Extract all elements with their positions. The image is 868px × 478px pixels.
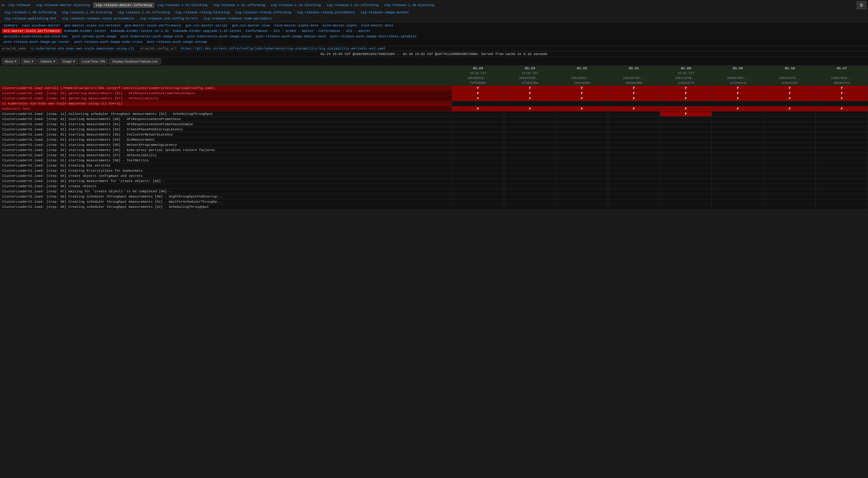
- test-name-cell[interactable]: ci-kubernetes-e2e-kops-aws-scale-amazonv…: [0, 101, 452, 106]
- test-name-cell[interactable]: ClusterLoaderV2.load: [step: 01] startin…: [0, 132, 452, 137]
- sub-tab-setcap[interactable]: post-release-push-image-setcap: [145, 39, 209, 44]
- local-time-button[interactable]: Local Time: ON: [79, 58, 108, 64]
- nav-tab-132-informing[interactable]: sig-release-1.32-informing: [211, 2, 268, 8]
- result-cell[interactable]: F: [816, 96, 868, 101]
- sub-tab-gce-performance[interactable]: gce-master-scale-performance: [123, 23, 183, 28]
- size-button[interactable]: Size ▼: [21, 58, 36, 64]
- result-cell[interactable]: F: [504, 96, 556, 101]
- result-cell[interactable]: F: [712, 91, 764, 96]
- nav-tab-job-config[interactable]: sig-release-job-config-errors: [137, 16, 200, 21]
- sub-tab-capz[interactable]: capz-windows-master: [20, 23, 62, 28]
- sub-tab-kubeadm-132[interactable]: kubeadm-kinder-latest-on-1-32: [108, 29, 170, 33]
- hash1-01-24[interactable]: 188268519...: [452, 76, 504, 81]
- result-cell[interactable]: F: [816, 91, 868, 96]
- result-cell[interactable]: F: [608, 96, 660, 101]
- hash1-01-22[interactable]: 188196027...: [556, 76, 608, 81]
- settings-button[interactable]: ⚙: [857, 1, 866, 9]
- nav-tab-131-informing[interactable]: sig-release-1.31-informing: [324, 2, 381, 8]
- sub-tab-post-kpromo[interactable]: post-kpromo-push-image: [70, 34, 118, 39]
- result-cell[interactable]: F: [452, 96, 504, 101]
- hash2-01-23[interactable]: 0798325ba: [504, 81, 556, 86]
- sub-tab-summary[interactable]: Summary: [2, 23, 20, 28]
- sub-tab-gce-cos-serial[interactable]: gce-cos-master-serial: [183, 23, 229, 28]
- test-name-cell[interactable]: ClusterLoaderV2.load: [step: 08] Creatin…: [0, 194, 452, 199]
- result-cell[interactable]: F: [764, 91, 816, 96]
- result-cell[interactable]: F: [556, 106, 608, 111]
- test-name-cell[interactable]: ClusterLoaderV2.load: [step: 11] Collect…: [0, 111, 452, 117]
- result-cell[interactable]: F: [608, 91, 660, 96]
- test-name-cell[interactable]: ClusterLoaderV2.load: [step: 01] startin…: [0, 158, 452, 163]
- sub-tab-gce-correctness[interactable]: gce-master-scale-correctness: [63, 23, 123, 28]
- test-name-cell[interactable]: ClusterLoaderV2.load: [step: 29] gatheri…: [0, 96, 452, 101]
- nav-tab-130-blocking[interactable]: sig-release-1.30-blocking: [381, 2, 437, 8]
- nav-tab-132-blocking[interactable]: sig-release-1.32-blocking: [155, 2, 210, 8]
- result-cell[interactable]: F: [764, 86, 816, 91]
- nav-tab-129-blocking[interactable]: sig-release-1.29-blocking: [60, 10, 115, 15]
- result-cell[interactable]: F: [816, 106, 868, 111]
- result-cell[interactable]: F: [452, 106, 504, 111]
- result-cell[interactable]: F: [660, 91, 712, 96]
- test-name-cell[interactable]: ClusterLoaderV2.load: [step: 01] startin…: [0, 148, 452, 153]
- graph-button[interactable]: Graph ▼: [60, 58, 78, 64]
- test-name-cell[interactable]: ClusterLoaderV2.load: [step: 01] startin…: [0, 127, 452, 132]
- sub-tab-kube-cross[interactable]: post-release-push-image-kube-cross: [72, 39, 144, 44]
- sub-tab-kubeadm-upgrade[interactable]: kubeadm-kinder-upgrade-1-32-latest: [171, 29, 243, 33]
- result-cell[interactable]: F: [816, 86, 868, 91]
- sub-tab-ec2[interactable]: ec2-master-scale-performance: [2, 29, 62, 33]
- nav-tab-129-informing[interactable]: sig-release-1.29-informing: [115, 10, 173, 15]
- display-failures-button[interactable]: Display Clustered Failures List: [109, 58, 161, 64]
- nav-tab-master-informing[interactable]: sig-release-master-informing: [93, 2, 154, 8]
- nav-tab-publishing-bot[interactable]: sig-release-publishing-bot: [2, 16, 59, 21]
- about-button[interactable]: About ▼: [2, 58, 20, 64]
- sub-tab-go-runner[interactable]: post-release-push-image-go-runner: [2, 39, 72, 44]
- test-name-cell[interactable]: ClusterLoaderV2.load: [step: 08] Creatin…: [0, 205, 452, 210]
- prowjob-name[interactable]: ci-kubernetes-e2e-kops-aws-scale-amazonv…: [30, 47, 134, 50]
- hash2-01-17[interactable]: ab54e442c: [816, 81, 868, 86]
- nav-tab-releng-presubmits[interactable]: sig-release-releng-presubmits: [294, 10, 357, 15]
- test-name-cell[interactable]: ClusterLoaderV2.load: [step: 01] startin…: [0, 122, 452, 127]
- nav-tab-sig-release[interactable]: sig-release: [6, 2, 33, 8]
- result-cell[interactable]: F: [712, 106, 764, 111]
- hash1-01-19[interactable]: 188087309...: [712, 76, 764, 81]
- result-cell[interactable]: F: [764, 96, 816, 101]
- test-name-cell[interactable]: ClusterLoaderV2.load: [step: 08] Creatin…: [0, 199, 452, 205]
- sub-tab-kind-alpha[interactable]: kind-master-alpha: [321, 23, 359, 28]
- sub-tab-gce-cos-slow[interactable]: gce-cos-master-slow: [230, 23, 272, 28]
- hash1-01-20[interactable]: 188123548...: [660, 76, 712, 81]
- sub-tab-e2e-kms[interactable]: periodic-kubernetes-e2e-kind-kms: [2, 34, 70, 39]
- result-cell[interactable]: F: [556, 91, 608, 96]
- result-cell[interactable]: F: [504, 86, 556, 91]
- result-cell[interactable]: F: [660, 106, 712, 111]
- test-name-cell[interactable]: ClusterLoaderV2.load: [step: 01] startin…: [0, 153, 452, 158]
- sub-tab-post-debian[interactable]: post-release-push-image-debian-base: [254, 34, 328, 39]
- hash1-01-18[interactable]: 188051070...: [764, 76, 816, 81]
- test-name-cell[interactable]: kubetest2.Test: [0, 106, 452, 111]
- hash2-01-18[interactable]: ecbe8319f: [764, 81, 816, 86]
- sub-tab-conformance-ec2[interactable]: Conformance - EC2 - master: [316, 29, 372, 33]
- hash1-01-21[interactable]: 188159788...: [608, 76, 660, 81]
- sub-tab-post-kube-etcd[interactable]: post-kubernetes-push-image-etcd: [119, 34, 185, 39]
- sub-tab-conformance-arm64[interactable]: Conformance - EC2 - arm64 - master: [244, 29, 315, 33]
- result-cell[interactable]: F: [764, 106, 816, 111]
- options-button[interactable]: Options ▼: [38, 58, 58, 64]
- result-cell[interactable]: F: [712, 96, 764, 101]
- nav-tab-130-informing[interactable]: sig-release-1.30-informing: [2, 10, 59, 15]
- hash1-01-23[interactable]: 188232266...: [504, 76, 556, 81]
- result-cell[interactable]: F: [504, 91, 556, 96]
- hash2-01-24[interactable]: f6f06806c: [452, 81, 504, 86]
- result-cell[interactable]: F: [556, 86, 608, 91]
- nav-tab-131-blocking[interactable]: sig-release-1.31-blocking: [268, 2, 323, 8]
- test-name-cell[interactable]: ClusterLoaderV2.load: [step: 29] gatheri…: [0, 91, 452, 96]
- test-name-cell[interactable]: ClusterLoaderV2.load: [step: 01] startin…: [0, 137, 452, 142]
- test-name-cell[interactable]: ClusterLoaderV2.load overall (/home/prow…: [0, 86, 452, 91]
- nav-tab-release-notes[interactable]: sig-release-release-notes-presubmits: [60, 16, 137, 21]
- nav-tab-team-periodics[interactable]: sig-release-release-team-periodics: [201, 16, 274, 21]
- result-cell[interactable]: F: [660, 86, 712, 91]
- result-cell[interactable]: F: [608, 106, 660, 111]
- nav-tab-master-blocking[interactable]: sig-release-master-blocking: [33, 2, 92, 8]
- hash1-01-17[interactable]: 188014833...: [816, 76, 868, 81]
- test-name-cell[interactable]: ClusterLoaderV2.load: [step: 04] create …: [0, 173, 452, 179]
- sub-tab-post-distroless[interactable]: post-release-push-image-distroless-iptab…: [328, 34, 418, 39]
- hash2-01-22[interactable]: 25be4a4bd: [556, 81, 608, 86]
- hash2-01-21[interactable]: e69a5ed9b: [608, 81, 660, 86]
